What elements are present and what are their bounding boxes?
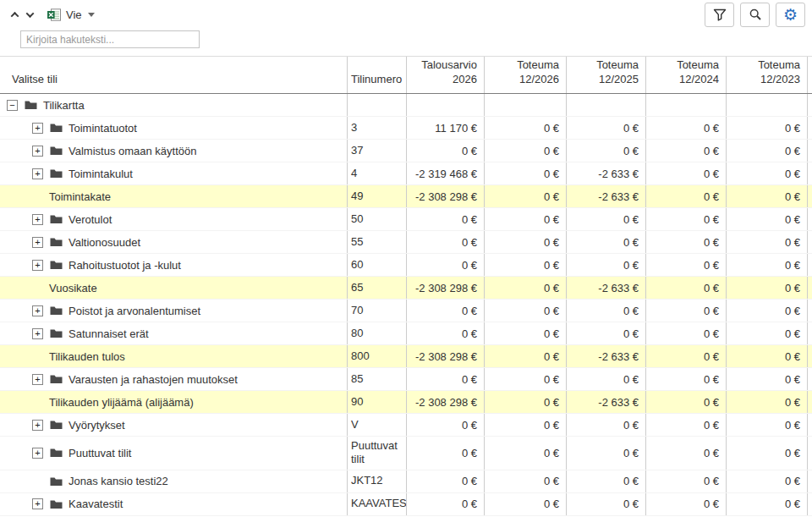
account-name: Puuttuvat tilit xyxy=(69,447,131,459)
amount-cell: 0 € xyxy=(726,162,808,184)
settings-button[interactable]: ⚙ xyxy=(776,3,805,27)
expand-icon[interactable]: + xyxy=(32,498,43,509)
search-input[interactable] xyxy=(20,30,200,48)
amount-cell: 0 € xyxy=(645,162,726,184)
table-row[interactable]: +Verotulot500 €0 €0 €0 €0 € xyxy=(0,208,812,231)
table-row[interactable]: Vuosikate65-2 308 298 €0 €-2 633 €0 €0 € xyxy=(0,277,812,300)
table-row[interactable]: +VyörytyksetV0 €0 €0 €0 €0 € xyxy=(0,414,812,437)
amount-cell: 0 € xyxy=(484,368,566,390)
table-row[interactable]: +Varausten ja rahastojen muutokset850 €0… xyxy=(0,368,812,391)
amount-cell: 0 € xyxy=(566,231,645,253)
account-number: 55 xyxy=(347,231,406,253)
column-header-toteuma-12-2025[interactable]: Toteuma 12/2025 xyxy=(566,57,645,93)
collapse-icon[interactable]: − xyxy=(7,100,18,111)
expand-icon[interactable]: + xyxy=(32,168,43,179)
account-name: Tilikartta xyxy=(43,99,85,112)
amount-cell: 0 € xyxy=(645,437,726,470)
search-button[interactable] xyxy=(740,3,770,27)
table-row[interactable]: +KaavatestitKAAVATEST0 €0 €0 €0 €0 € xyxy=(0,493,812,516)
column-header-tilinumero[interactable]: Tilinumero xyxy=(347,57,406,93)
amount-cell xyxy=(406,94,484,116)
amount-cell: 0 € xyxy=(484,162,566,184)
amount-cell: 0 € xyxy=(645,470,726,492)
expand-icon[interactable]: + xyxy=(32,328,43,339)
export-button[interactable]: Vie xyxy=(47,8,95,21)
expand-icon[interactable]: + xyxy=(32,123,43,134)
expand-icon[interactable]: + xyxy=(32,260,43,271)
amount-cell: 0 € xyxy=(484,414,566,436)
expand-icon[interactable]: + xyxy=(32,448,43,459)
table-row[interactable]: Toimintakate49-2 308 298 €0 €-2 633 €0 €… xyxy=(0,185,812,208)
filter-button[interactable] xyxy=(705,3,734,27)
amount-cell: 0 € xyxy=(645,414,726,436)
search-icon xyxy=(749,8,762,21)
table-row[interactable]: +Puuttuvat tilitPuuttuvat tilit0 €0 €0 €… xyxy=(0,437,812,470)
gear-icon: ⚙ xyxy=(783,7,798,23)
folder-icon xyxy=(50,476,63,487)
folder-icon xyxy=(50,214,63,224)
amount-cell: 0 € xyxy=(566,470,645,492)
table-header: Valitse tili Tilinumero Talousarvio 2026… xyxy=(0,56,812,94)
excel-export-icon xyxy=(47,8,61,21)
table-row[interactable]: Tilikauden tulos800-2 308 298 €0 €-2 633… xyxy=(0,345,812,368)
expand-icon[interactable]: + xyxy=(32,146,43,157)
table-row[interactable]: +Rahoitustuotot ja -kulut600 €0 €0 €0 €0… xyxy=(0,254,812,277)
search-row xyxy=(0,29,812,56)
table-row[interactable]: +Toimintakulut4-2 319 468 €0 €-2 633 €0 … xyxy=(0,162,812,185)
expand-icon[interactable]: + xyxy=(32,214,43,225)
folder-icon xyxy=(25,100,37,110)
column-header-talousarvio-2026[interactable]: Talousarvio 2026 xyxy=(406,57,484,93)
amount-cell: 0 € xyxy=(645,140,726,162)
amount-cell: 0 € xyxy=(484,437,566,470)
expand-icon[interactable]: + xyxy=(32,237,43,248)
amount-cell: 0 € xyxy=(566,117,645,139)
amount-cell: 0 € xyxy=(484,140,566,162)
table-row[interactable]: +Valtionosuudet550 €0 €0 €0 €0 € xyxy=(0,231,812,254)
amount-cell: 0 € xyxy=(726,277,808,299)
amount-cell: 0 € xyxy=(566,368,645,390)
amount-cell: 0 € xyxy=(645,345,726,367)
account-name: Rahoitustuotot ja -kulut xyxy=(69,259,181,272)
expand-icon[interactable]: + xyxy=(32,305,43,316)
amount-cell: 0 € xyxy=(645,117,726,139)
table-row[interactable]: +Valmistus omaan käyttöön370 €0 €0 €0 €0… xyxy=(0,140,812,162)
column-header-valitse-tili[interactable]: Valitse tili xyxy=(0,57,347,93)
amount-cell: 0 € xyxy=(484,208,566,230)
table-row[interactable]: −Tilikartta xyxy=(0,94,812,117)
table-row[interactable]: +Poistot ja arvonalentumiset700 €0 €0 €0… xyxy=(0,300,812,322)
chevron-up-icon[interactable] xyxy=(7,7,22,22)
amount-cell: 0 € xyxy=(726,470,808,492)
amount-cell: 0 € xyxy=(726,437,808,470)
amount-cell: 0 € xyxy=(726,117,808,139)
chevron-down-icon[interactable] xyxy=(22,7,37,22)
toggle-spacer xyxy=(32,191,43,202)
amount-cell: 11 170 € xyxy=(406,117,484,139)
amount-cell: 0 € xyxy=(645,493,726,515)
amount-cell: -2 633 € xyxy=(566,185,645,207)
amount-cell: 0 € xyxy=(406,231,484,253)
expand-icon[interactable]: + xyxy=(32,374,43,385)
table-row[interactable]: +Toimintatuotot311 170 €0 €0 €0 €0 € xyxy=(0,117,812,140)
folder-icon xyxy=(50,499,63,509)
amount-cell: 0 € xyxy=(406,254,484,276)
amount-cell: 0 € xyxy=(726,368,808,390)
column-header-toteuma-12-2024[interactable]: Toteuma 12/2024 xyxy=(645,57,726,93)
amount-cell: 0 € xyxy=(726,300,808,322)
amount-cell: 0 € xyxy=(566,254,645,276)
account-number: KAAVATEST xyxy=(347,493,406,515)
amount-cell: 0 € xyxy=(726,185,808,207)
amount-cell: -2 308 298 € xyxy=(406,391,484,413)
dropdown-caret-icon[interactable] xyxy=(88,13,95,17)
amount-cell: 0 € xyxy=(566,414,645,436)
expand-icon[interactable]: + xyxy=(32,420,43,431)
column-header-toteuma-12-2026[interactable]: Toteuma 12/2026 xyxy=(484,57,566,93)
amount-cell: 0 € xyxy=(406,300,484,322)
table-row[interactable]: Jonas kansio testi22JKT120 €0 €0 €0 €0 € xyxy=(0,470,812,493)
table-row[interactable]: Tilikauden ylijäämä (alijäämä)90-2 308 2… xyxy=(0,391,812,414)
table-row[interactable]: +Satunnaiset erät800 €0 €0 €0 €0 € xyxy=(0,322,812,345)
account-number: 4 xyxy=(347,162,406,184)
account-number: V xyxy=(347,414,406,436)
account-number: JKT12 xyxy=(347,470,406,492)
column-header-toteuma-12-2023[interactable]: Toteuma 12/2023 xyxy=(726,57,808,93)
amount-cell: 0 € xyxy=(484,231,566,253)
